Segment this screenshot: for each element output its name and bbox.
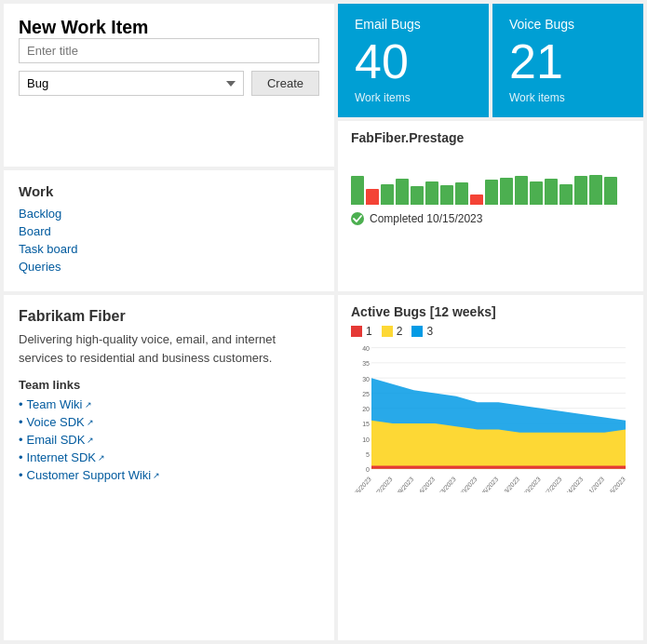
sprint-bar [485,180,498,205]
svg-text:8/30/2023: 8/30/2023 [454,476,478,492]
legend-label: 1 [366,325,372,338]
team-link-item: • Customer Support Wiki ↗ [19,468,319,482]
legend-item: 1 [351,325,372,338]
sprint-bar [500,178,513,205]
work-links-title: Work [19,183,319,199]
work-link-queries[interactable]: Queries [19,260,319,274]
fabrikam-description: Delivering high-quality voice, email, an… [19,330,319,367]
fabrikam-info-panel: Fabrikam Fiber Delivering high-quality v… [4,295,334,640]
external-link-icon: ↗ [87,418,94,427]
svg-text:8/9/2023: 8/9/2023 [394,476,415,492]
team-link[interactable]: Email SDK [27,433,86,447]
svg-text:15: 15 [362,420,370,429]
active-bugs-chart-container: 05101520253035407/25/20238/2/20238/9/202… [351,343,630,497]
svg-text:8/16/2023: 8/16/2023 [412,476,436,492]
svg-text:9/20/2023: 9/20/2023 [519,476,542,492]
team-link-item: • Voice SDK ↗ [19,415,319,429]
sprint-bar [470,195,483,205]
work-links-list: BacklogBoardTask boardQueries [19,207,319,274]
create-button[interactable]: Create [251,71,319,96]
voice-bugs-count: 21 [509,37,627,86]
right-column: Email Bugs 40 Work items Voice Bugs 21 W… [338,4,643,291]
email-bugs-title: Email Bugs [355,17,472,32]
email-bugs-count: 40 [355,37,472,86]
active-bugs-title: Active Bugs [12 weeks] [351,304,630,319]
svg-text:5: 5 [366,450,370,460]
svg-text:25: 25 [362,389,370,398]
voice-bugs-title: Voice Bugs [509,17,627,32]
external-link-icon: ↗ [153,471,160,480]
svg-text:9/13/2023: 9/13/2023 [497,476,520,492]
sprint-bar [455,182,468,205]
team-link[interactable]: Voice SDK [27,415,85,429]
sprint-bar [425,181,438,205]
svg-text:10: 10 [362,435,370,444]
svg-text:7/25/2023: 7/25/2023 [351,476,372,492]
team-link[interactable]: Internet SDK [27,450,96,464]
sprint-bar [396,179,409,205]
svg-text:8/23/2023: 8/23/2023 [434,476,457,492]
sprint-bar [604,177,617,205]
sprint-bar [440,185,453,205]
svg-text:35: 35 [362,359,370,369]
active-bugs-svg: 05101520253035407/25/20238/2/20238/9/202… [351,343,630,492]
sprint-bar [366,189,379,205]
svg-text:20: 20 [362,405,370,414]
voice-bugs-label: Work items [509,91,627,104]
new-work-item-input[interactable] [19,38,319,63]
email-bugs-tile: Email Bugs 40 Work items [338,4,489,117]
sprint-bar [381,184,394,205]
team-links-list: • Team Wiki ↗• Voice SDK ↗• Email SDK ↗•… [19,397,319,482]
sprint-bar [351,176,364,205]
team-link[interactable]: Customer Support Wiki [27,468,152,482]
sprint-bar [545,179,558,205]
fabfiber-title: FabFiber.Prestage [351,130,630,145]
svg-text:10/4/2023: 10/4/2023 [560,476,584,492]
legend-color [411,326,423,337]
fabfiber-prestage-panel: FabFiber.Prestage Completed 10/15/2023 [338,121,643,291]
legend-item: 2 [382,325,403,338]
work-item-type-select[interactable]: Bug Task User Story Feature Epic [19,71,244,96]
fabrikam-title: Fabrikam Fiber [19,308,319,325]
legend-color [382,326,393,337]
svg-text:10/11/2023: 10/11/2023 [579,476,605,492]
sprint-bar [589,175,602,205]
svg-text:0: 0 [366,465,370,475]
work-link-backlog[interactable]: Backlog [19,207,319,221]
voice-bugs-tile: Voice Bugs 21 Work items [492,4,643,117]
completed-check-icon [351,212,364,225]
team-links-heading: Team links [19,378,319,392]
bug-tiles-row: Email Bugs 40 Work items Voice Bugs 21 W… [338,4,643,117]
new-work-item-title: New Work Item [19,17,319,38]
active-bugs-panel: Active Bugs [12 weeks] 1 2 3 05101520253… [338,295,643,640]
legend-label: 3 [426,325,433,338]
external-link-icon: ↗ [98,453,105,463]
sprint-bar-chart [351,153,630,207]
legend-label: 2 [397,325,403,338]
svg-text:30: 30 [362,374,370,383]
email-bugs-label: Work items [355,91,472,104]
sprint-bar [515,176,528,205]
svg-text:9/6/2023: 9/6/2023 [479,476,500,492]
team-link[interactable]: Team Wiki [27,397,83,411]
completed-text: Completed 10/15/2023 [370,212,482,225]
sprint-bar [411,186,424,205]
external-link-icon: ↗ [85,400,92,409]
svg-text:8/2/2023: 8/2/2023 [372,476,394,492]
svg-text:40: 40 [362,344,370,354]
team-link-item: • Internet SDK ↗ [19,450,319,464]
svg-text:10/15/2023: 10/15/2023 [600,476,627,492]
svg-text:9/27/2023: 9/27/2023 [539,476,562,492]
active-bugs-legend: 1 2 3 [351,325,630,338]
work-link-task-board[interactable]: Task board [19,242,319,256]
completed-row: Completed 10/15/2023 [351,212,630,225]
team-link-item: • Team Wiki ↗ [19,397,319,411]
team-link-item: • Email SDK ↗ [19,433,319,447]
sprint-bar [530,181,543,205]
external-link-icon: ↗ [87,436,94,445]
legend-color [351,326,362,337]
sprint-bar [574,176,587,205]
work-link-board[interactable]: Board [19,224,319,238]
sprint-bar [559,184,573,205]
legend-item: 3 [411,325,433,338]
